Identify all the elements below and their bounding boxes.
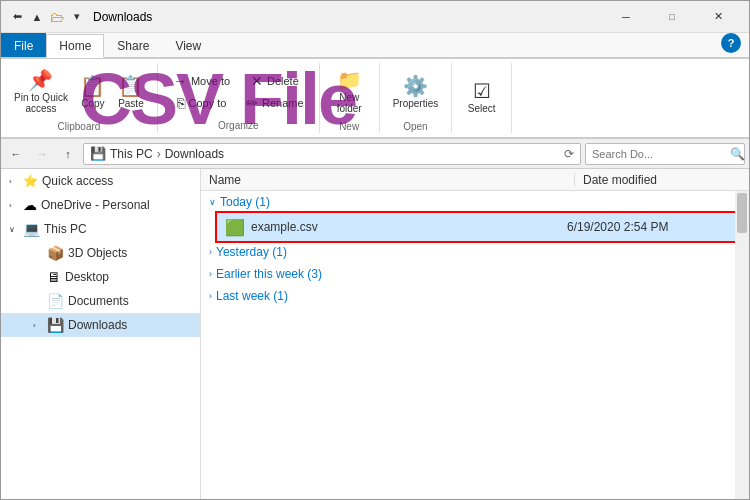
new-buttons: 📁 Newfolder [331,65,367,119]
section-label-earlier: Earlier this week (3) [216,267,322,281]
section-earlier-this-week[interactable]: › Earlier this week (3) [201,263,735,285]
sidebar-item-desktop[interactable]: 🖥 Desktop [1,265,200,289]
sidebar-label-quick-access: Quick access [42,174,113,188]
file-list-body: ∨ Today (1) 🟩 example.csv 6/19/2020 2:54… [201,191,735,500]
back-icon[interactable]: ⬅ [9,9,25,25]
sidebar-item-documents[interactable]: 📄 Documents [1,289,200,313]
close-button[interactable]: ✕ [695,1,741,33]
col-name[interactable]: Name [201,173,575,187]
refresh-button[interactable]: ⟳ [564,147,574,161]
address-bar[interactable]: 💾 This PC › Downloads ⟳ [83,143,581,165]
section-today[interactable]: ∨ Today (1) [201,191,735,213]
file-row-example-csv[interactable]: 🟩 example.csv 6/19/2020 2:54 PM [217,213,735,241]
tab-share[interactable]: Share [104,33,162,57]
forward-button[interactable]: → [31,143,53,165]
new-folder-button[interactable]: 📁 Newfolder [331,65,367,119]
address-folder-icon: 💾 [90,146,106,161]
delete-icon: ✕ [251,74,263,88]
sidebar-item-this-pc[interactable]: ∨ 💻 This PC [1,217,200,241]
file-list-header: Name Date modified [201,169,749,191]
select-label: Select [468,103,496,114]
ribbon-group-open: ⚙️ Properties Open [380,63,453,133]
file-date-example-csv: 6/19/2020 2:54 PM [567,220,727,234]
main-area: › ⭐ Quick access › ☁ OneDrive - Personal… [1,169,749,500]
copyto-icon: ⎘ [177,96,185,110]
address-this-pc[interactable]: This PC [110,147,153,161]
copy-label: Copy [81,98,104,109]
properties-button[interactable]: ⚙️ Properties [388,65,444,119]
file-scroll-track[interactable] [735,191,749,500]
help-button[interactable]: ? [721,33,741,53]
ribbon-group-select: ☑ Select [452,63,512,133]
maximize-button[interactable]: □ [649,1,695,33]
section-chevron-yesterday: › [209,247,212,257]
chevron-icon: › [9,177,19,186]
move-to-button[interactable]: → Move to [166,71,237,91]
col-date[interactable]: Date modified [575,173,735,187]
move-icon: → [173,74,187,88]
sidebar-item-3d-objects[interactable]: 📦 3D Objects [1,241,200,265]
pin-icon: 📌 [28,70,53,90]
organize-label: Organize [218,120,259,131]
delete-button[interactable]: ✕ Delete [239,71,311,91]
sidebar-label-onedrive: OneDrive - Personal [41,198,150,212]
select-buttons: ☑ Select [463,65,501,129]
select-button[interactable]: ☑ Select [463,70,501,124]
rename-icon: ✏ [246,96,258,110]
paste-icon: 📋 [118,76,143,96]
chevron-icon: › [33,321,43,330]
organize-buttons: → Move to ⎘ Copy to ✕ Delete ✏ R [166,65,311,118]
tab-file[interactable]: File [1,33,46,57]
title-bar: ⬅ ▲ 🗁 ▾ Downloads ─ □ ✕ [1,1,749,33]
up-button[interactable]: ↑ [57,143,79,165]
paste-button[interactable]: 📋 Paste [113,65,149,119]
up-small-icon[interactable]: ▲ [29,9,45,25]
star-icon: ⭐ [23,174,38,188]
sidebar-label-desktop: Desktop [65,270,109,284]
file-scroll-thumb[interactable] [737,193,747,233]
section-chevron-last-week: › [209,291,212,301]
search-bar[interactable]: 🔍 [585,143,745,165]
copy-to-button[interactable]: ⎘ Copy to [166,93,237,113]
address-sep: › [157,147,161,161]
sidebar-item-downloads[interactable]: › 💾 Downloads [1,313,200,337]
tab-view[interactable]: View [162,33,214,57]
window-controls: ─ □ ✕ [603,1,741,33]
section-label-today: Today (1) [220,195,270,209]
search-input[interactable] [592,148,730,160]
3d-icon: 📦 [47,245,64,261]
sidebar-item-onedrive[interactable]: › ☁ OneDrive - Personal [1,193,200,217]
new-label: New [339,121,359,132]
file-name-example-csv: example.csv [251,220,561,234]
new-folder-icon: 📁 [337,70,362,90]
back-button[interactable]: ← [5,143,27,165]
sidebar: › ⭐ Quick access › ☁ OneDrive - Personal… [1,169,201,500]
delete-label: Delete [267,75,299,87]
rename-label: Rename [262,97,304,109]
properties-icon: ⚙️ [403,76,428,96]
sidebar-item-quick-access[interactable]: › ⭐ Quick access [1,169,200,193]
navigation-bar: ← → ↑ 💾 This PC › Downloads ⟳ 🔍 [1,139,749,169]
chevron-icon: › [9,201,19,210]
cloud-icon: ☁ [23,197,37,213]
section-yesterday[interactable]: › Yesterday (1) [201,241,735,263]
downloads-icon: 💾 [47,317,64,333]
rename-button[interactable]: ✏ Rename [239,93,311,113]
ribbon-group-new: 📁 Newfolder New [320,63,380,133]
documents-icon: 📄 [47,293,64,309]
new-folder-label: Newfolder [337,92,362,114]
ribbon-content: 📌 Pin to Quickaccess 📋 Copy 📋 Paste Clip… [1,58,749,138]
clipboard-label: Clipboard [58,121,101,132]
ribbon-group-organize: → Move to ⎘ Copy to ✕ Delete ✏ R [158,63,320,133]
copy-button[interactable]: 📋 Copy [75,65,111,119]
minimize-button[interactable]: ─ [603,1,649,33]
section-last-week[interactable]: › Last week (1) [201,285,735,307]
search-icon: 🔍 [730,147,745,161]
open-label: Open [403,121,427,132]
properties-label: Properties [393,98,439,109]
pin-to-quick-button[interactable]: 📌 Pin to Quickaccess [9,65,73,119]
desktop-icon: 🖥 [47,269,61,285]
tab-home[interactable]: Home [46,34,104,58]
open-buttons: ⚙️ Properties [388,65,444,119]
chevron-icon: ∨ [9,225,19,234]
